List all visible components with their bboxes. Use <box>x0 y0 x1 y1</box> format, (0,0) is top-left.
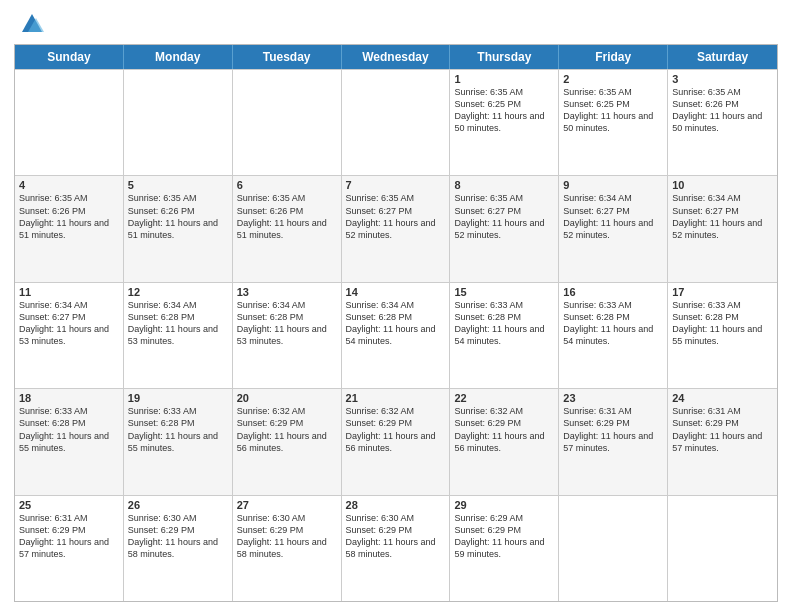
header-day-friday: Friday <box>559 45 668 69</box>
header-day-sunday: Sunday <box>15 45 124 69</box>
calendar-day-2: 2Sunrise: 6:35 AM Sunset: 6:25 PM Daylig… <box>559 70 668 175</box>
day-number: 9 <box>563 179 663 191</box>
calendar-day-16: 16Sunrise: 6:33 AM Sunset: 6:28 PM Dayli… <box>559 283 668 388</box>
day-info: Sunrise: 6:34 AM Sunset: 6:27 PM Dayligh… <box>563 192 663 241</box>
calendar-week-3: 11Sunrise: 6:34 AM Sunset: 6:27 PM Dayli… <box>15 282 777 388</box>
calendar-day-empty <box>559 496 668 601</box>
day-number: 15 <box>454 286 554 298</box>
header-day-monday: Monday <box>124 45 233 69</box>
header <box>14 10 778 38</box>
day-number: 3 <box>672 73 773 85</box>
calendar-day-9: 9Sunrise: 6:34 AM Sunset: 6:27 PM Daylig… <box>559 176 668 281</box>
day-info: Sunrise: 6:31 AM Sunset: 6:29 PM Dayligh… <box>672 405 773 454</box>
day-info: Sunrise: 6:35 AM Sunset: 6:26 PM Dayligh… <box>237 192 337 241</box>
calendar-day-20: 20Sunrise: 6:32 AM Sunset: 6:29 PM Dayli… <box>233 389 342 494</box>
day-info: Sunrise: 6:34 AM Sunset: 6:27 PM Dayligh… <box>19 299 119 348</box>
day-info: Sunrise: 6:30 AM Sunset: 6:29 PM Dayligh… <box>237 512 337 561</box>
day-number: 14 <box>346 286 446 298</box>
day-info: Sunrise: 6:35 AM Sunset: 6:27 PM Dayligh… <box>346 192 446 241</box>
calendar-day-4: 4Sunrise: 6:35 AM Sunset: 6:26 PM Daylig… <box>15 176 124 281</box>
day-info: Sunrise: 6:35 AM Sunset: 6:25 PM Dayligh… <box>563 86 663 135</box>
calendar: SundayMondayTuesdayWednesdayThursdayFrid… <box>14 44 778 602</box>
day-info: Sunrise: 6:35 AM Sunset: 6:26 PM Dayligh… <box>672 86 773 135</box>
day-number: 7 <box>346 179 446 191</box>
calendar-day-14: 14Sunrise: 6:34 AM Sunset: 6:28 PM Dayli… <box>342 283 451 388</box>
day-number: 13 <box>237 286 337 298</box>
calendar-day-28: 28Sunrise: 6:30 AM Sunset: 6:29 PM Dayli… <box>342 496 451 601</box>
day-info: Sunrise: 6:34 AM Sunset: 6:27 PM Dayligh… <box>672 192 773 241</box>
day-info: Sunrise: 6:33 AM Sunset: 6:28 PM Dayligh… <box>563 299 663 348</box>
calendar-day-27: 27Sunrise: 6:30 AM Sunset: 6:29 PM Dayli… <box>233 496 342 601</box>
calendar-day-23: 23Sunrise: 6:31 AM Sunset: 6:29 PM Dayli… <box>559 389 668 494</box>
day-info: Sunrise: 6:33 AM Sunset: 6:28 PM Dayligh… <box>128 405 228 454</box>
day-number: 28 <box>346 499 446 511</box>
calendar-day-11: 11Sunrise: 6:34 AM Sunset: 6:27 PM Dayli… <box>15 283 124 388</box>
calendar-header: SundayMondayTuesdayWednesdayThursdayFrid… <box>15 45 777 69</box>
calendar-week-5: 25Sunrise: 6:31 AM Sunset: 6:29 PM Dayli… <box>15 495 777 601</box>
header-day-wednesday: Wednesday <box>342 45 451 69</box>
day-number: 11 <box>19 286 119 298</box>
calendar-day-17: 17Sunrise: 6:33 AM Sunset: 6:28 PM Dayli… <box>668 283 777 388</box>
calendar-day-6: 6Sunrise: 6:35 AM Sunset: 6:26 PM Daylig… <box>233 176 342 281</box>
day-number: 17 <box>672 286 773 298</box>
day-number: 4 <box>19 179 119 191</box>
calendar-day-25: 25Sunrise: 6:31 AM Sunset: 6:29 PM Dayli… <box>15 496 124 601</box>
day-number: 2 <box>563 73 663 85</box>
day-info: Sunrise: 6:34 AM Sunset: 6:28 PM Dayligh… <box>237 299 337 348</box>
calendar-day-21: 21Sunrise: 6:32 AM Sunset: 6:29 PM Dayli… <box>342 389 451 494</box>
calendar-day-7: 7Sunrise: 6:35 AM Sunset: 6:27 PM Daylig… <box>342 176 451 281</box>
day-number: 18 <box>19 392 119 404</box>
calendar-day-26: 26Sunrise: 6:30 AM Sunset: 6:29 PM Dayli… <box>124 496 233 601</box>
day-number: 6 <box>237 179 337 191</box>
calendar-day-empty <box>233 70 342 175</box>
logo <box>14 14 46 38</box>
calendar-day-empty <box>15 70 124 175</box>
day-info: Sunrise: 6:35 AM Sunset: 6:26 PM Dayligh… <box>19 192 119 241</box>
day-info: Sunrise: 6:29 AM Sunset: 6:29 PM Dayligh… <box>454 512 554 561</box>
calendar-day-29: 29Sunrise: 6:29 AM Sunset: 6:29 PM Dayli… <box>450 496 559 601</box>
day-info: Sunrise: 6:30 AM Sunset: 6:29 PM Dayligh… <box>346 512 446 561</box>
day-number: 22 <box>454 392 554 404</box>
calendar-week-2: 4Sunrise: 6:35 AM Sunset: 6:26 PM Daylig… <box>15 175 777 281</box>
calendar-day-empty <box>668 496 777 601</box>
calendar-week-1: 1Sunrise: 6:35 AM Sunset: 6:25 PM Daylig… <box>15 69 777 175</box>
day-number: 21 <box>346 392 446 404</box>
day-number: 27 <box>237 499 337 511</box>
day-number: 5 <box>128 179 228 191</box>
day-number: 19 <box>128 392 228 404</box>
day-number: 16 <box>563 286 663 298</box>
day-info: Sunrise: 6:35 AM Sunset: 6:26 PM Dayligh… <box>128 192 228 241</box>
calendar-day-5: 5Sunrise: 6:35 AM Sunset: 6:26 PM Daylig… <box>124 176 233 281</box>
day-info: Sunrise: 6:31 AM Sunset: 6:29 PM Dayligh… <box>563 405 663 454</box>
day-info: Sunrise: 6:34 AM Sunset: 6:28 PM Dayligh… <box>346 299 446 348</box>
day-number: 26 <box>128 499 228 511</box>
day-number: 29 <box>454 499 554 511</box>
calendar-day-8: 8Sunrise: 6:35 AM Sunset: 6:27 PM Daylig… <box>450 176 559 281</box>
day-info: Sunrise: 6:35 AM Sunset: 6:25 PM Dayligh… <box>454 86 554 135</box>
calendar-day-19: 19Sunrise: 6:33 AM Sunset: 6:28 PM Dayli… <box>124 389 233 494</box>
calendar-day-empty <box>124 70 233 175</box>
calendar-day-15: 15Sunrise: 6:33 AM Sunset: 6:28 PM Dayli… <box>450 283 559 388</box>
day-info: Sunrise: 6:35 AM Sunset: 6:27 PM Dayligh… <box>454 192 554 241</box>
header-day-saturday: Saturday <box>668 45 777 69</box>
day-number: 1 <box>454 73 554 85</box>
day-info: Sunrise: 6:32 AM Sunset: 6:29 PM Dayligh… <box>237 405 337 454</box>
day-info: Sunrise: 6:33 AM Sunset: 6:28 PM Dayligh… <box>454 299 554 348</box>
day-number: 20 <box>237 392 337 404</box>
calendar-body: 1Sunrise: 6:35 AM Sunset: 6:25 PM Daylig… <box>15 69 777 601</box>
day-number: 12 <box>128 286 228 298</box>
header-day-tuesday: Tuesday <box>233 45 342 69</box>
day-number: 23 <box>563 392 663 404</box>
page: SundayMondayTuesdayWednesdayThursdayFrid… <box>0 0 792 612</box>
calendar-day-22: 22Sunrise: 6:32 AM Sunset: 6:29 PM Dayli… <box>450 389 559 494</box>
calendar-day-12: 12Sunrise: 6:34 AM Sunset: 6:28 PM Dayli… <box>124 283 233 388</box>
calendar-day-1: 1Sunrise: 6:35 AM Sunset: 6:25 PM Daylig… <box>450 70 559 175</box>
day-info: Sunrise: 6:33 AM Sunset: 6:28 PM Dayligh… <box>672 299 773 348</box>
calendar-day-3: 3Sunrise: 6:35 AM Sunset: 6:26 PM Daylig… <box>668 70 777 175</box>
day-info: Sunrise: 6:32 AM Sunset: 6:29 PM Dayligh… <box>346 405 446 454</box>
header-day-thursday: Thursday <box>450 45 559 69</box>
day-number: 25 <box>19 499 119 511</box>
day-number: 10 <box>672 179 773 191</box>
calendar-day-18: 18Sunrise: 6:33 AM Sunset: 6:28 PM Dayli… <box>15 389 124 494</box>
day-info: Sunrise: 6:32 AM Sunset: 6:29 PM Dayligh… <box>454 405 554 454</box>
